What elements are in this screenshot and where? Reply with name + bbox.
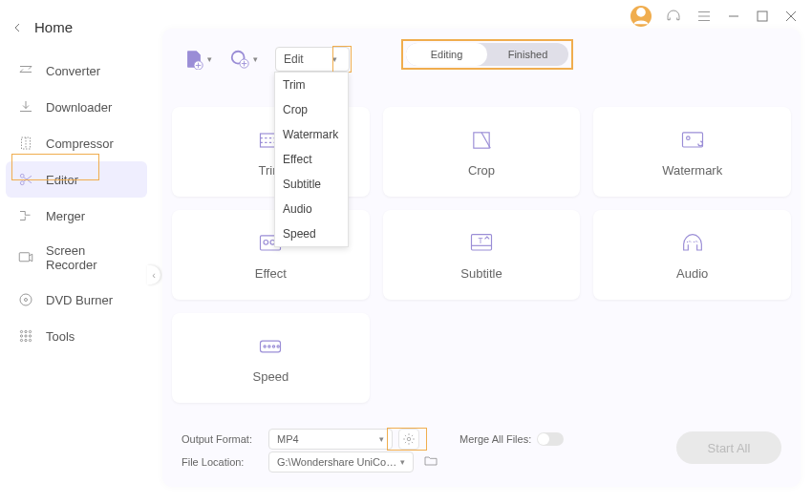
- tile-speed[interactable]: Speed: [172, 313, 370, 403]
- disc-icon: [17, 291, 34, 308]
- output-format-label: Output Format:: [182, 433, 263, 445]
- edit-type-dropdown-menu: TrimCropWatermarkEffectSubtitleAudioSpee…: [274, 72, 349, 247]
- svg-rect-23: [682, 132, 702, 146]
- segment-editing[interactable]: Editing: [406, 43, 487, 66]
- add-folder-button[interactable]: ▾: [229, 49, 258, 70]
- svg-text:T: T: [478, 237, 482, 245]
- sidebar-item-label: Downloader: [46, 100, 112, 115]
- sidebar-item-rec[interactable]: Screen Recorder: [6, 234, 147, 282]
- sidebar-item-label: DVD Burner: [46, 293, 113, 307]
- tile-audio[interactable]: Audio: [593, 210, 791, 300]
- home-header[interactable]: Home: [6, 13, 147, 52]
- sidebar-item-merge[interactable]: Merger: [6, 198, 147, 234]
- sidebar-item-label: Screen Recorder: [46, 243, 136, 272]
- merge-icon: [17, 207, 34, 224]
- merge-toggle[interactable]: [537, 432, 564, 446]
- tile-subtitle[interactable]: TSubtitle: [383, 210, 581, 300]
- edit-type-dropdown[interactable]: Edit ▾: [275, 47, 350, 72]
- svg-point-31: [264, 345, 266, 346]
- svg-point-2: [20, 174, 24, 178]
- add-file-button[interactable]: ▾: [183, 49, 212, 70]
- format-settings-button[interactable]: [398, 429, 419, 450]
- audio-icon: [679, 230, 706, 257]
- sidebar-item-compress[interactable]: Compressor: [6, 125, 147, 161]
- watermark-icon: [679, 127, 706, 154]
- close-button[interactable]: [783, 9, 799, 24]
- tool-tiles: TrimCropWatermarkEffectTSubtitleAudioSpe…: [172, 107, 791, 403]
- svg-point-34: [277, 345, 279, 346]
- chevron-down-icon: ▾: [207, 54, 212, 64]
- sidebar-item-converter[interactable]: Converter: [6, 52, 147, 89]
- converter-icon: [17, 62, 34, 79]
- browse-folder-button[interactable]: [423, 453, 438, 471]
- sidebar-item-label: Tools: [46, 329, 75, 344]
- tile-label: Subtitle: [460, 266, 502, 281]
- home-label: Home: [34, 19, 73, 35]
- segment-finished[interactable]: Finished: [487, 43, 568, 66]
- dropdown-label: Edit: [284, 52, 304, 66]
- editor-toolbar: ▾ ▾ Edit ▾ TrimCropWatermarkEffectSubtit…: [183, 42, 780, 76]
- sidebar-item-label: Editor: [46, 173, 78, 187]
- svg-point-11: [25, 335, 27, 337]
- collapse-sidebar-button[interactable]: ‹: [147, 265, 160, 284]
- sidebar-item-grid[interactable]: Tools: [6, 318, 147, 354]
- svg-point-3: [20, 181, 24, 185]
- svg-point-33: [273, 345, 275, 346]
- scissors-icon: [17, 171, 34, 188]
- sidebar-item-label: Merger: [46, 209, 85, 223]
- menu-icon[interactable]: [695, 8, 713, 25]
- svg-point-24: [686, 136, 690, 139]
- sidebar-item-download[interactable]: Downloader: [6, 89, 147, 125]
- maximize-button[interactable]: [755, 9, 770, 24]
- tile-label: Watermark: [662, 163, 722, 178]
- file-location-select[interactable]: G:\Wondershare UniConverter▾: [268, 452, 414, 472]
- chevron-down-icon: ▾: [379, 434, 384, 444]
- tile-label: Crop: [468, 163, 495, 178]
- chevron-down-icon: ▾: [332, 54, 337, 64]
- sidebar-item-disc[interactable]: DVD Burner: [6, 282, 147, 318]
- status-segment: Editing Finished: [406, 43, 568, 66]
- dropdown-item-audio[interactable]: Audio: [275, 197, 348, 221]
- svg-point-0: [637, 9, 645, 16]
- svg-rect-22: [474, 132, 489, 147]
- headset-icon[interactable]: [665, 8, 682, 25]
- dropdown-item-speed[interactable]: Speed: [275, 221, 348, 246]
- svg-rect-4: [19, 253, 30, 262]
- svg-point-14: [25, 339, 27, 341]
- svg-point-35: [407, 437, 411, 441]
- dropdown-item-subtitle[interactable]: Subtitle: [275, 172, 348, 197]
- tile-label: Effect: [255, 266, 287, 281]
- svg-point-7: [20, 330, 22, 332]
- dropdown-item-watermark[interactable]: Watermark: [275, 122, 348, 147]
- tile-watermark[interactable]: Watermark: [593, 107, 791, 197]
- speed-icon: [257, 333, 284, 360]
- start-all-button[interactable]: Start All: [676, 431, 781, 464]
- bottom-bar: Output Format: MP4▾ Merge All Files: Fil…: [182, 428, 781, 477]
- svg-point-9: [29, 330, 31, 332]
- rec-icon: [17, 249, 34, 266]
- sidebar-item-label: Converter: [46, 64, 100, 78]
- dropdown-item-crop[interactable]: Crop: [275, 97, 348, 122]
- dropdown-item-effect[interactable]: Effect: [275, 147, 348, 172]
- compress-icon: [17, 135, 34, 152]
- back-icon: [11, 22, 23, 33]
- tutorial-highlight-segment: Editing Finished: [401, 39, 573, 70]
- tile-label: Speed: [253, 369, 289, 384]
- file-location-label: File Location:: [182, 456, 263, 468]
- svg-point-15: [29, 339, 31, 341]
- minimize-button[interactable]: [726, 9, 741, 24]
- main-pane: ▾ ▾ Edit ▾ TrimCropWatermarkEffectSubtit…: [162, 29, 801, 487]
- chevron-down-icon: ▾: [400, 457, 405, 467]
- download-icon: [17, 98, 34, 116]
- sidebar-nav: ConverterDownloaderCompressorEditorMerge…: [6, 52, 147, 354]
- sidebar: Home ConverterDownloaderCompressorEditor…: [0, 0, 153, 504]
- crop-icon: [468, 127, 495, 154]
- tile-crop[interactable]: Crop: [383, 107, 581, 197]
- svg-point-6: [25, 299, 28, 302]
- user-avatar[interactable]: [630, 6, 652, 27]
- output-format-select[interactable]: MP4▾: [268, 429, 393, 450]
- sidebar-item-label: Compressor: [46, 136, 114, 151]
- sidebar-item-scissors[interactable]: Editor: [6, 161, 147, 198]
- dropdown-item-trim[interactable]: Trim: [275, 73, 348, 97]
- svg-point-5: [20, 294, 32, 305]
